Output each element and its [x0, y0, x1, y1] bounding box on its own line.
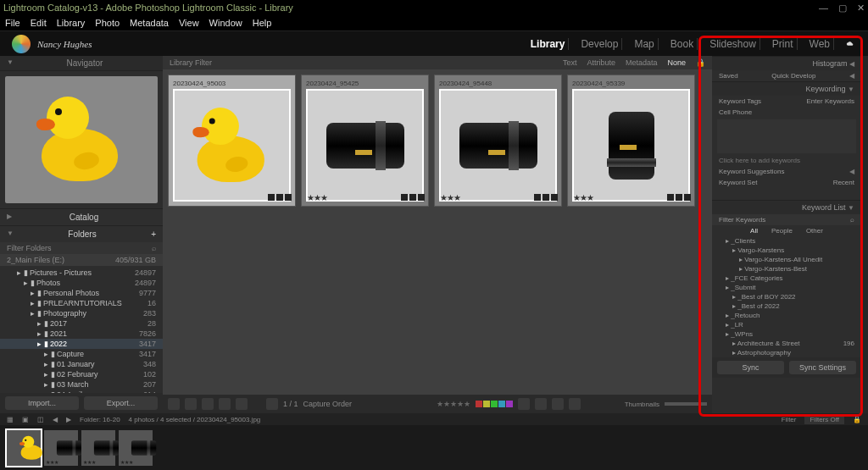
loupe-view-icon[interactable]: [185, 398, 197, 410]
color-labels[interactable]: [476, 401, 513, 407]
folder-row[interactable]: ▸ ▮ 02 February102: [0, 369, 163, 379]
module-develop[interactable]: Develop: [577, 38, 622, 50]
grid-toolbar[interactable]: 1 / 1 Capture Order ★★★★★ Thumbnails: [163, 395, 712, 413]
filter-keywords-input[interactable]: Filter Keywords⌕: [712, 214, 861, 225]
sync-settings-button[interactable]: Sync Settings: [789, 361, 856, 374]
sync-button[interactable]: Sync: [717, 361, 784, 374]
back-icon[interactable]: ◀: [53, 416, 58, 423]
badge-icon[interactable]: [534, 194, 541, 201]
volume-row[interactable]: 2_Main Files (E:)405/931 GB: [0, 254, 163, 266]
keyword-textbox[interactable]: [717, 119, 856, 153]
module-slideshow[interactable]: Slideshow: [706, 38, 760, 50]
filters-off-dropdown[interactable]: Filters Off: [804, 415, 844, 424]
folder-row[interactable]: ▸ ▮ Capture3417: [0, 349, 163, 359]
badge-icon[interactable]: [676, 194, 682, 201]
kw-tab-other[interactable]: Other: [806, 227, 823, 235]
badge-icon[interactable]: [418, 194, 425, 201]
menu-metadata[interactable]: Metadata: [130, 18, 169, 28]
menubar[interactable]: File Edit Library Photo Metadata View Wi…: [0, 15, 868, 30]
import-button[interactable]: Import...: [5, 396, 79, 410]
badge-icon[interactable]: [268, 194, 275, 201]
badge-icon[interactable]: [684, 194, 691, 201]
add-keywords-hint[interactable]: Click here to add keywords: [719, 157, 800, 164]
view-mode-grid-icon[interactable]: ▦: [7, 416, 14, 423]
grid-cell[interactable]: 20230424_95003: [168, 75, 296, 207]
filmstrip-thumb[interactable]: [7, 430, 41, 466]
badge-icon[interactable]: [276, 194, 283, 201]
menu-photo[interactable]: Photo: [95, 18, 120, 28]
badge-icon[interactable]: [542, 194, 549, 201]
badge-icon[interactable]: [551, 194, 558, 201]
enter-keywords-dropdown[interactable]: Enter Keywords: [807, 97, 854, 105]
survey-view-icon[interactable]: [219, 398, 231, 410]
painter-icon[interactable]: [266, 398, 278, 410]
rotate-ccw-icon[interactable]: [518, 398, 530, 410]
compare-view-icon[interactable]: [202, 398, 214, 410]
module-library[interactable]: Library: [527, 38, 570, 50]
view-mode-loupe-icon[interactable]: ▣: [22, 416, 29, 423]
badge-icon[interactable]: [401, 194, 408, 201]
module-print[interactable]: Print: [769, 38, 798, 50]
badge-icon[interactable]: [285, 194, 292, 201]
filter-metadata[interactable]: Metadata: [626, 58, 658, 67]
filmstrip[interactable]: ★★★★★★★★★: [0, 425, 868, 470]
grid-cell[interactable]: 20230424_95339★★★: [567, 75, 695, 207]
kw-tab-all[interactable]: All: [750, 227, 758, 235]
filter-attribute[interactable]: Attribute: [587, 58, 615, 67]
keyword-row[interactable]: ▸ _Clients: [719, 236, 854, 246]
catalog-header[interactable]: ▶Catalog: [0, 208, 163, 225]
folder-tree[interactable]: ▸ ▮ Pictures - Pictures24897▸ ▮ Photos24…: [0, 266, 163, 393]
library-filter-bar[interactable]: Library Filter Text Attribute Metadata N…: [163, 56, 712, 69]
keyword-row[interactable]: ▸ Vargo-Karstens-All Unedit: [719, 255, 854, 264]
keyword-row[interactable]: ▸ Vargo-Karstens-Best: [719, 264, 854, 274]
quick-develop-row[interactable]: SavedQuick Develop◀: [712, 70, 861, 81]
lock-icon[interactable]: 🔒: [696, 58, 705, 67]
rotate-cw-icon[interactable]: [535, 398, 547, 410]
navigator-preview[interactable]: [5, 76, 158, 203]
keyword-row[interactable]: ▸ _LR: [719, 320, 854, 329]
keyword-row[interactable]: ▸ _Retouch: [719, 311, 854, 320]
sort-label[interactable]: Capture Order: [303, 400, 353, 408]
keywording-header[interactable]: Keywording ▼: [712, 81, 861, 96]
status-folder[interactable]: Folder: 16-20: [80, 416, 120, 423]
folder-row[interactable]: ▸ ▮ Photography283: [0, 308, 163, 318]
people-view-icon[interactable]: [236, 398, 248, 410]
keyword-row[interactable]: ▸ _Best of 2022: [719, 301, 854, 311]
folder-row[interactable]: ▸ ▮ Photos24897: [0, 278, 163, 288]
keyword-set-dropdown[interactable]: Recent: [833, 179, 854, 186]
keyword-list-header[interactable]: Keyword List ▼: [712, 200, 861, 214]
cloud-sync-icon[interactable]: [843, 39, 858, 49]
menu-view[interactable]: View: [179, 18, 199, 28]
badge-icon[interactable]: [409, 194, 416, 201]
keyword-row[interactable]: ▸ Architecture & Street196: [719, 339, 854, 348]
menu-edit[interactable]: Edit: [31, 18, 47, 28]
folder-row[interactable]: ▸ ▮ PRLEARNTUTORIALS16: [0, 298, 163, 308]
rating-stars[interactable]: ★★★: [440, 193, 460, 202]
rating-stars[interactable]: ★★★: [307, 193, 327, 202]
keyword-row[interactable]: ▸ _Best of BOY 2022: [719, 292, 854, 301]
menu-help[interactable]: Help: [253, 18, 272, 28]
prev-icon[interactable]: [552, 398, 564, 410]
right-panel-scrollbar[interactable]: [861, 56, 868, 413]
badge-icon[interactable]: [667, 194, 674, 201]
menu-file[interactable]: File: [5, 18, 20, 28]
menu-window[interactable]: Window: [209, 18, 242, 28]
forward-icon[interactable]: ▶: [66, 416, 71, 423]
module-web[interactable]: Web: [806, 38, 834, 50]
grid-cell[interactable]: 20230424_95448★★★: [434, 75, 562, 207]
keyword-row[interactable]: ▸ Vargo-Karstens: [719, 246, 854, 255]
grid-cell[interactable]: 20230424_95425★★★: [301, 75, 429, 207]
histogram-header[interactable]: Histogram ◀: [712, 56, 861, 70]
folder-row[interactable]: ▸ ▮ 201728: [0, 318, 163, 329]
minimize-icon[interactable]: —: [819, 3, 828, 13]
keyword-tree[interactable]: ▸ _Clients▸ Vargo-Karstens▸ Vargo-Karste…: [712, 236, 861, 357]
grid-view-icon[interactable]: [168, 398, 180, 410]
module-map[interactable]: Map: [631, 38, 658, 50]
filter-none[interactable]: None: [667, 58, 686, 67]
filter-lock-icon[interactable]: 🔒: [853, 416, 861, 423]
keyword-row[interactable]: ▸ Astrophotography: [719, 348, 854, 357]
folder-row[interactable]: ▸ ▮ 01 January348: [0, 359, 163, 369]
filmstrip-thumb[interactable]: ★★★: [44, 430, 78, 466]
grid-view[interactable]: 20230424_9500320230424_95425★★★20230424_…: [163, 69, 712, 395]
rating-stars[interactable]: ★★★: [573, 193, 593, 202]
